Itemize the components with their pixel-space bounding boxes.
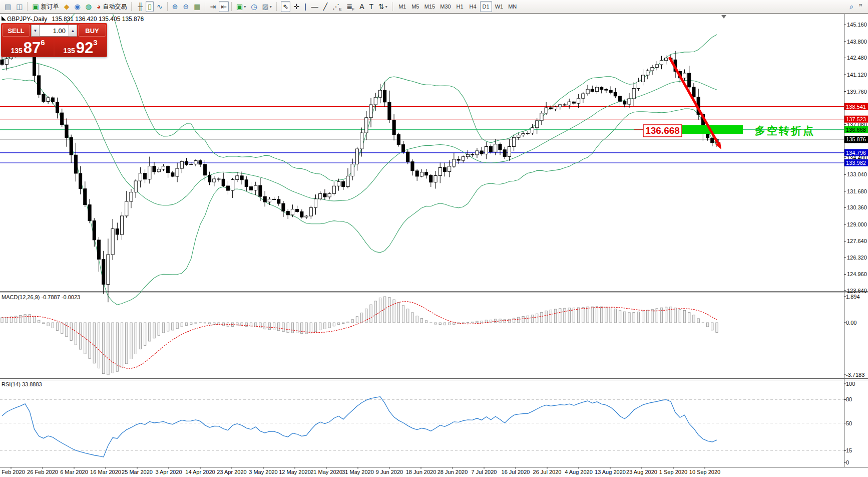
bull-candle: [494, 144, 497, 152]
time-axis[interactable]: 7 Feb 202026 Feb 20206 Mar 202016 Mar 20…: [0, 467, 720, 475]
market-watch-button[interactable]: ▤: [3, 1, 13, 12]
bar-chart-button[interactable]: ╫: [136, 1, 145, 12]
macd-histogram-bar: [591, 307, 593, 323]
sell-button[interactable]: SELL: [2, 25, 30, 37]
bear-candle: [222, 179, 225, 186]
signals-icon: ◍: [86, 3, 92, 10]
crosshair-button[interactable]: ✛: [291, 1, 301, 12]
macd-histogram-bar: [559, 309, 561, 323]
macd-histogram-bar: [633, 313, 635, 323]
buy-button[interactable]: BUY: [78, 25, 106, 37]
volume-input[interactable]: [40, 25, 69, 37]
arrows-button[interactable]: ⇅▾: [376, 1, 389, 12]
chat-button[interactable]: ❞: [856, 1, 864, 12]
timeframe-m30-button[interactable]: M30: [438, 1, 453, 12]
price-tag-text: 133.982: [846, 160, 866, 166]
chart-shift-button[interactable]: ⇤: [219, 1, 229, 12]
bull-candle: [513, 137, 516, 146]
signals-button[interactable]: ◍: [84, 1, 94, 12]
macd-histogram-bar: [628, 313, 630, 323]
zoom-in-button[interactable]: ⊕: [170, 1, 180, 12]
chart-shift-marker-icon[interactable]: [721, 15, 726, 19]
bull-candle: [268, 199, 271, 202]
macd-histogram-bar: [518, 317, 520, 323]
timeframe-m15-button[interactable]: M15: [422, 1, 437, 12]
bear-candle: [282, 203, 285, 211]
chart-canvas[interactable]: 1.8940.00-3.71831008050150145.160143.800…: [0, 0, 868, 477]
bear-candle: [153, 166, 156, 172]
timeframe-h4-button[interactable]: H4: [467, 1, 479, 12]
date-label: 16 Jul 2020: [502, 469, 530, 475]
buy-price[interactable]: 135923: [55, 38, 106, 56]
data-window-button[interactable]: ◫: [14, 1, 25, 12]
fibonacci-button[interactable]: ≣F: [345, 1, 357, 12]
bear-candle: [171, 173, 174, 176]
profiles-button[interactable]: ▨▾: [260, 1, 273, 12]
new-order-button[interactable]: ▣新订单: [30, 1, 61, 12]
bull-candle: [120, 216, 123, 234]
macd-histogram-bar: [333, 323, 335, 326]
history-center-button[interactable]: ◆: [62, 1, 72, 12]
period-clock-button[interactable]: ◷: [249, 1, 259, 12]
text-label-button[interactable]: T: [367, 1, 376, 12]
price-scale-label: 143.800: [847, 39, 867, 45]
macd-histogram-bar: [102, 323, 104, 374]
timeframe-mn-button[interactable]: MN: [506, 1, 519, 12]
cursor-icon: ⇖: [283, 3, 289, 10]
search-icon: ⌕: [850, 3, 854, 10]
macd-histogram-bar: [674, 308, 676, 323]
bull-candle: [683, 73, 686, 78]
price-scale[interactable]: 145.160143.800142.480141.120139.760138.4…: [844, 22, 868, 294]
bull-candle: [531, 128, 534, 133]
price-tag-text: 135.876: [846, 136, 866, 142]
macd-histogram-bar: [513, 318, 515, 323]
bull-candle: [665, 58, 668, 61]
tile-windows-button[interactable]: ▦: [192, 1, 202, 12]
experts-button[interactable]: ◉: [72, 1, 82, 12]
price-scale-label: 142.480: [847, 55, 867, 61]
bull-candle: [134, 181, 137, 192]
search-button[interactable]: ⌕: [848, 1, 856, 12]
auto-scroll-button[interactable]: ⇥: [208, 1, 218, 12]
profiles-dropdown-icon[interactable]: ▾: [270, 5, 272, 9]
chart-symbol-period: GBPJPY-,Daily: [7, 16, 47, 23]
macd-histogram-bar: [296, 323, 298, 333]
rsi-scale-label: 50: [846, 420, 852, 426]
new-chart-dropdown-icon[interactable]: ▾: [244, 5, 246, 9]
bull-candle: [536, 121, 539, 128]
timeframe-h1-button[interactable]: H1: [454, 1, 466, 12]
vertical-line-button[interactable]: |: [302, 1, 308, 12]
timeframe-m5-button[interactable]: M5: [409, 1, 421, 12]
macd-histogram-bar: [116, 323, 118, 371]
timeframe-d1-button[interactable]: D1: [480, 1, 492, 12]
bull-candle: [586, 89, 589, 94]
text-icon: A: [359, 3, 364, 10]
timeframe-m1-button[interactable]: M1: [396, 1, 408, 12]
bull-candle: [5, 59, 8, 65]
macd-histogram-bar: [716, 323, 718, 333]
line-chart-button[interactable]: ∿: [155, 1, 165, 12]
macd-histogram-bar: [472, 322, 474, 323]
bear-candle: [144, 173, 147, 179]
candle-chart-button[interactable]: ▯: [146, 1, 154, 12]
trendline-button[interactable]: ╱: [321, 1, 329, 12]
volume-increase-button[interactable]: ▲: [69, 25, 77, 37]
arrows-dropdown-icon[interactable]: ▾: [385, 5, 387, 9]
equidistant-channel-button[interactable]: ⋰E: [330, 1, 343, 12]
toolbar-separator: [167, 2, 168, 11]
one-click-collapse-icon[interactable]: [2, 16, 6, 21]
new-chart-button[interactable]: ▣▾: [234, 1, 248, 12]
tile-windows-icon: ▦: [194, 3, 200, 10]
zoom-out-button[interactable]: ⊖: [181, 1, 191, 12]
sell-price[interactable]: 135876: [2, 38, 54, 56]
autotrading-button[interactable]: ◕自动交易: [95, 1, 129, 12]
text-button[interactable]: A: [357, 1, 366, 12]
bear-candle: [411, 162, 414, 171]
macd-histogram-bar: [476, 321, 478, 323]
horizontal-line-button[interactable]: —: [309, 1, 320, 12]
bear-candle: [605, 90, 608, 91]
bull-candle: [346, 176, 349, 186]
volume-decrease-button[interactable]: ▼: [31, 25, 40, 37]
cursor-button[interactable]: ⇖: [281, 1, 291, 12]
timeframe-w1-button[interactable]: W1: [493, 1, 506, 12]
